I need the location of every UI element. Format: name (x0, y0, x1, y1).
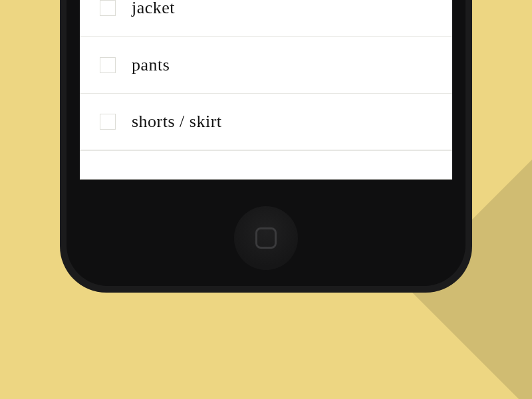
stage: dress jacket pants shorts / skirt (0, 0, 532, 399)
phone-frame: dress jacket pants shorts / skirt (60, 0, 472, 293)
list-item-label: jacket (132, 0, 175, 18)
home-button-icon (255, 227, 277, 249)
checkbox[interactable] (100, 0, 116, 16)
checkbox[interactable] (100, 57, 116, 73)
list-item-label: shorts / skirt (132, 112, 222, 132)
list-item[interactable]: pants (80, 36, 452, 93)
checklist: dress jacket pants shorts / skirt (80, 0, 452, 180)
list-item[interactable] (80, 150, 452, 180)
checkbox[interactable] (100, 114, 116, 130)
home-button[interactable] (234, 206, 298, 270)
list-item[interactable]: shorts / skirt (80, 93, 452, 150)
list-item[interactable]: jacket (80, 0, 452, 36)
screen: dress jacket pants shorts / skirt (80, 0, 452, 180)
list-item-label: pants (132, 55, 170, 75)
